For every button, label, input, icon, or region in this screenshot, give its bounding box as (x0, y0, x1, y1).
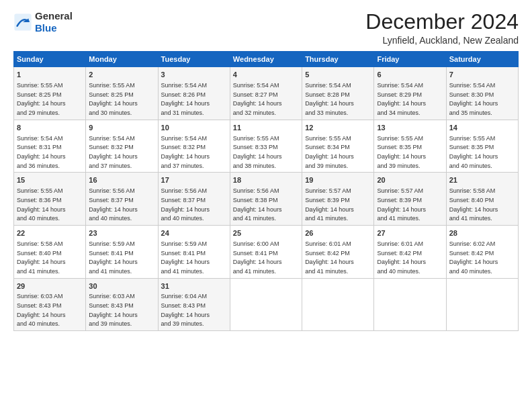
day-number: 2 (89, 70, 154, 80)
calendar-week-4: 22 Sunrise: 5:58 AMSunset: 8:40 PMDaylig… (14, 225, 519, 278)
location: Lynfield, Auckland, New Zealand (365, 35, 519, 46)
day-number: 1 (17, 70, 83, 80)
day-info: Sunrise: 6:01 AMSunset: 8:42 PMDaylight:… (305, 240, 354, 275)
calendar-cell: 6 Sunrise: 5:54 AMSunset: 8:29 PMDayligh… (374, 67, 446, 120)
day-number: 27 (377, 228, 443, 238)
day-number: 31 (161, 281, 227, 291)
day-info: Sunrise: 5:58 AMSunset: 8:40 PMDaylight:… (17, 240, 66, 275)
calendar-cell: 2 Sunrise: 5:55 AMSunset: 8:25 PMDayligh… (86, 67, 158, 120)
day-info: Sunrise: 5:55 AMSunset: 8:36 PMDaylight:… (17, 187, 66, 222)
day-number: 4 (233, 70, 299, 80)
day-info: Sunrise: 5:54 AMSunset: 8:26 PMDaylight:… (161, 82, 210, 116)
day-info: Sunrise: 6:04 AMSunset: 8:43 PMDaylight:… (161, 293, 210, 327)
day-info: Sunrise: 5:59 AMSunset: 8:41 PMDaylight:… (161, 240, 210, 275)
calendar-cell: 28 Sunrise: 6:02 AMSunset: 8:42 PMDaylig… (446, 225, 518, 278)
calendar-cell: 14 Sunrise: 5:55 AMSunset: 8:35 PMDaylig… (446, 120, 518, 173)
calendar-cell (302, 278, 374, 331)
calendar-cell: 1 Sunrise: 5:55 AMSunset: 8:25 PMDayligh… (14, 67, 86, 120)
header-saturday: Saturday (446, 52, 518, 67)
calendar-cell: 9 Sunrise: 5:54 AMSunset: 8:32 PMDayligh… (86, 120, 158, 173)
calendar-cell: 23 Sunrise: 5:59 AMSunset: 8:41 PMDaylig… (86, 225, 158, 278)
calendar-cell: 22 Sunrise: 5:58 AMSunset: 8:40 PMDaylig… (14, 225, 86, 278)
calendar-cell: 5 Sunrise: 5:54 AMSunset: 8:28 PMDayligh… (302, 67, 374, 120)
calendar-cell (374, 278, 446, 331)
day-number: 30 (89, 281, 154, 291)
calendar-week-3: 15 Sunrise: 5:55 AMSunset: 8:36 PMDaylig… (14, 173, 519, 226)
day-info: Sunrise: 5:55 AMSunset: 8:33 PMDaylight:… (233, 135, 282, 169)
day-info: Sunrise: 6:03 AMSunset: 8:43 PMDaylight:… (17, 293, 66, 327)
day-number: 26 (305, 228, 371, 238)
day-info: Sunrise: 5:59 AMSunset: 8:41 PMDaylight:… (89, 240, 138, 275)
calendar-cell: 19 Sunrise: 5:57 AMSunset: 8:39 PMDaylig… (302, 173, 374, 226)
day-number: 19 (305, 175, 371, 185)
day-number: 14 (449, 123, 515, 133)
day-number: 24 (161, 228, 227, 238)
day-number: 15 (17, 175, 83, 185)
day-info: Sunrise: 5:54 AMSunset: 8:27 PMDaylight:… (233, 82, 282, 116)
day-info: Sunrise: 5:55 AMSunset: 8:35 PMDaylight:… (449, 135, 498, 169)
month-title: December 2024 (365, 10, 519, 34)
calendar-cell: 24 Sunrise: 5:59 AMSunset: 8:41 PMDaylig… (158, 225, 230, 278)
day-info: Sunrise: 5:56 AMSunset: 8:38 PMDaylight:… (233, 187, 282, 222)
calendar-cell (446, 278, 518, 331)
calendar-cell: 25 Sunrise: 6:00 AMSunset: 8:41 PMDaylig… (230, 225, 302, 278)
header-tuesday: Tuesday (158, 52, 230, 67)
calendar-cell: 27 Sunrise: 6:01 AMSunset: 8:42 PMDaylig… (374, 225, 446, 278)
calendar-cell: 15 Sunrise: 5:55 AMSunset: 8:36 PMDaylig… (14, 173, 86, 226)
title-block: December 2024 Lynfield, Auckland, New Ze… (365, 10, 519, 46)
logo-general: General (35, 10, 73, 21)
day-info: Sunrise: 5:54 AMSunset: 8:29 PMDaylight:… (377, 82, 426, 116)
calendar-cell (230, 278, 302, 331)
day-number: 3 (161, 70, 227, 80)
header-thursday: Thursday (302, 52, 374, 67)
day-number: 18 (233, 175, 299, 185)
calendar-week-2: 8 Sunrise: 5:54 AMSunset: 8:31 PMDayligh… (14, 120, 519, 173)
weekday-row: Sunday Monday Tuesday Wednesday Thursday… (14, 52, 519, 67)
day-number: 23 (89, 228, 154, 238)
day-info: Sunrise: 5:54 AMSunset: 8:32 PMDaylight:… (161, 135, 210, 169)
logo-text: General Blue (35, 10, 73, 34)
day-info: Sunrise: 5:54 AMSunset: 8:30 PMDaylight:… (449, 82, 498, 116)
day-info: Sunrise: 5:57 AMSunset: 8:39 PMDaylight:… (377, 187, 426, 222)
calendar-page: General Blue December 2024 Lynfield, Auc… (0, 0, 532, 411)
calendar-cell: 21 Sunrise: 5:58 AMSunset: 8:40 PMDaylig… (446, 173, 518, 226)
calendar-cell: 17 Sunrise: 5:56 AMSunset: 8:37 PMDaylig… (158, 173, 230, 226)
day-number: 28 (449, 228, 515, 238)
calendar-week-5: 29 Sunrise: 6:03 AMSunset: 8:43 PMDaylig… (14, 278, 519, 331)
calendar-cell: 20 Sunrise: 5:57 AMSunset: 8:39 PMDaylig… (374, 173, 446, 226)
calendar-cell: 18 Sunrise: 5:56 AMSunset: 8:38 PMDaylig… (230, 173, 302, 226)
day-info: Sunrise: 6:02 AMSunset: 8:42 PMDaylight:… (449, 240, 498, 275)
calendar-cell: 10 Sunrise: 5:54 AMSunset: 8:32 PMDaylig… (158, 120, 230, 173)
logo-blue: Blue (35, 22, 57, 34)
day-info: Sunrise: 5:55 AMSunset: 8:25 PMDaylight:… (17, 82, 66, 116)
calendar-header: Sunday Monday Tuesday Wednesday Thursday… (14, 52, 519, 67)
calendar-cell: 11 Sunrise: 5:55 AMSunset: 8:33 PMDaylig… (230, 120, 302, 173)
day-info: Sunrise: 5:54 AMSunset: 8:31 PMDaylight:… (17, 135, 66, 169)
header-friday: Friday (374, 52, 446, 67)
header-monday: Monday (86, 52, 158, 67)
calendar-table: Sunday Monday Tuesday Wednesday Thursday… (13, 51, 519, 331)
calendar-cell: 31 Sunrise: 6:04 AMSunset: 8:43 PMDaylig… (158, 278, 230, 331)
day-number: 16 (89, 175, 154, 185)
calendar-cell: 30 Sunrise: 6:03 AMSunset: 8:43 PMDaylig… (86, 278, 158, 331)
calendar-cell: 26 Sunrise: 6:01 AMSunset: 8:42 PMDaylig… (302, 225, 374, 278)
day-info: Sunrise: 5:58 AMSunset: 8:40 PMDaylight:… (449, 187, 498, 222)
calendar-cell: 12 Sunrise: 5:55 AMSunset: 8:34 PMDaylig… (302, 120, 374, 173)
day-number: 7 (449, 70, 515, 80)
day-info: Sunrise: 5:55 AMSunset: 8:25 PMDaylight:… (89, 82, 138, 116)
day-number: 8 (17, 123, 83, 133)
day-info: Sunrise: 5:54 AMSunset: 8:28 PMDaylight:… (305, 82, 354, 116)
logo: General Blue (13, 10, 73, 34)
logo-icon (13, 13, 32, 32)
day-number: 29 (17, 281, 83, 291)
calendar-week-1: 1 Sunrise: 5:55 AMSunset: 8:25 PMDayligh… (14, 67, 519, 120)
day-info: Sunrise: 6:00 AMSunset: 8:41 PMDaylight:… (233, 240, 282, 275)
day-number: 25 (233, 228, 299, 238)
day-info: Sunrise: 5:54 AMSunset: 8:32 PMDaylight:… (89, 135, 138, 169)
day-number: 10 (161, 123, 227, 133)
calendar-cell: 8 Sunrise: 5:54 AMSunset: 8:31 PMDayligh… (14, 120, 86, 173)
day-number: 5 (305, 70, 371, 80)
day-number: 22 (17, 228, 83, 238)
day-info: Sunrise: 5:55 AMSunset: 8:35 PMDaylight:… (377, 135, 426, 169)
day-info: Sunrise: 5:55 AMSunset: 8:34 PMDaylight:… (305, 135, 354, 169)
